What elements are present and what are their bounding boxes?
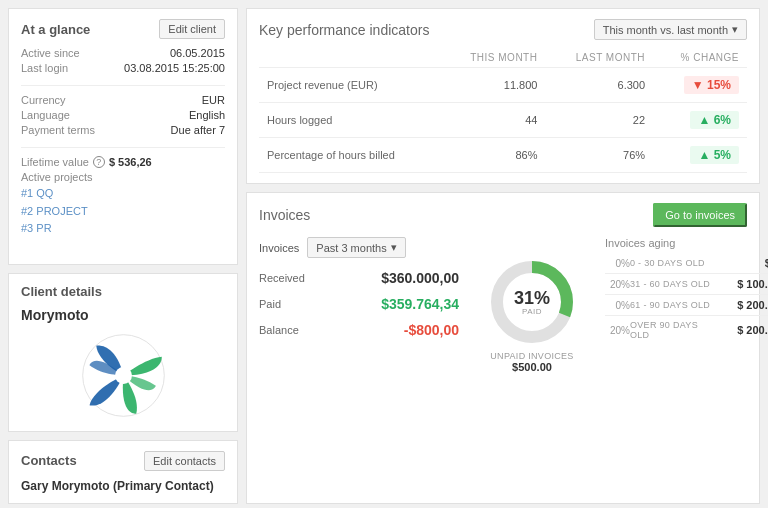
language-label: Language: [21, 109, 111, 121]
kpi-col-this-month: THIS MONTH: [440, 48, 545, 68]
client-name: Morymoto: [21, 307, 225, 323]
aging-row-1: 20% 31 - 60 DAYS OLD $ 100.00: [605, 278, 768, 290]
edit-client-button[interactable]: Edit client: [159, 19, 225, 39]
kpi-change-0: ▼ 15%: [653, 68, 747, 103]
aging-row-0: 0% 0 - 30 DAYS OLD $ 0: [605, 257, 768, 269]
project-link-1[interactable]: #1 QQ: [21, 185, 225, 203]
balance-value: -$800,00: [404, 322, 459, 338]
left-panel: At a glance Edit client Active since 06.…: [8, 8, 238, 504]
unpaid-value: $500.00: [512, 361, 552, 373]
paid-value: $359.764,34: [381, 296, 459, 312]
invoice-period-dropdown[interactable]: Past 3 months ▾: [307, 237, 405, 258]
unpaid-label: UNPAID INVOICES: [490, 351, 573, 361]
invoices-amounts: Invoices Past 3 months ▾ Received $360.0…: [259, 237, 459, 373]
kpi-title: Key performance indicators: [259, 22, 429, 38]
aging-row-2: 0% 61 - 90 DAYS OLD $ 200.00: [605, 299, 768, 311]
aging-label-0: 0 - 30 DAYS OLD: [630, 258, 720, 268]
last-login-label: Last login: [21, 62, 111, 74]
aging-percent-2: 0%: [605, 300, 630, 311]
kpi-table: THIS MONTH LAST MONTH % CHANGE Project r…: [259, 48, 747, 173]
invoice-balance-row: Balance -$800,00: [259, 322, 459, 338]
kpi-last-month-0: 6.300: [545, 68, 653, 103]
balance-label: Balance: [259, 324, 299, 336]
invoice-period-label: Past 3 months: [316, 242, 386, 254]
donut-chart: 31% PAID: [487, 257, 577, 347]
currency-value: EUR: [111, 94, 225, 106]
received-value: $360.000,00: [381, 270, 459, 286]
payment-terms-value: Due after 7: [111, 124, 225, 136]
svg-point-1: [115, 367, 132, 384]
aging-label-2: 61 - 90 DAYS OLD: [630, 300, 720, 310]
projects-list: #1 QQ #2 PROJECT #3 PR: [21, 185, 225, 238]
kpi-row-label-0: Project revenue (EUR): [259, 68, 440, 103]
currency-label: Currency: [21, 94, 111, 106]
active-since-value: 06.05.2015: [111, 47, 225, 59]
kpi-col-change: % CHANGE: [653, 48, 747, 68]
aging-row-3: 20% OVER 90 DAYS OLD $ 200.00: [605, 320, 768, 340]
language-value: English: [111, 109, 225, 121]
invoice-dropdown-icon: ▾: [391, 241, 397, 254]
project-link-2[interactable]: #2 PROJECT: [21, 203, 225, 221]
help-icon[interactable]: ?: [93, 156, 105, 168]
aging-value-2: $ 200.00: [720, 299, 768, 311]
client-details-title: Client details: [21, 284, 225, 299]
change-badge-0: ▼ 15%: [684, 76, 739, 94]
kpi-card: Key performance indicators This month vs…: [246, 8, 760, 184]
at-a-glance-card: At a glance Edit client Active since 06.…: [8, 8, 238, 265]
change-badge-2: ▲ 5%: [690, 146, 739, 164]
invoices-card: Invoices Go to invoices Invoices Past 3 …: [246, 192, 760, 504]
kpi-change-1: ▲ 6%: [653, 103, 747, 138]
aging-label-1: 31 - 60 DAYS OLD: [630, 279, 720, 289]
aging-label-3: OVER 90 DAYS OLD: [630, 320, 720, 340]
paid-label: Paid: [259, 298, 281, 310]
kpi-last-month-2: 76%: [545, 138, 653, 173]
received-label: Received: [259, 272, 305, 284]
invoice-received-row: Received $360.000,00: [259, 270, 459, 286]
contacts-card: Contacts Edit contacts Gary Morymoto (Pr…: [8, 440, 238, 504]
donut-percent: 31%: [514, 289, 550, 307]
donut-section: 31% PAID UNPAID INVOICES $500.00: [467, 237, 597, 373]
contact-name: Gary Morymoto (Primary Contact): [21, 479, 225, 493]
lifetime-value: $ 536,26: [109, 156, 152, 168]
last-login-value: 03.08.2015 15:25:00: [111, 62, 225, 74]
kpi-period-dropdown[interactable]: This month vs. last month ▾: [594, 19, 747, 40]
client-details-card: Client details Morymoto: [8, 273, 238, 432]
change-badge-1: ▲ 6%: [690, 111, 739, 129]
aging-percent-3: 20%: [605, 325, 630, 336]
aging-percent-1: 20%: [605, 279, 630, 290]
invoice-filter-label: Invoices: [259, 242, 299, 254]
right-panel: Key performance indicators This month vs…: [246, 8, 760, 504]
go-to-invoices-button[interactable]: Go to invoices: [653, 203, 747, 227]
dropdown-chevron-icon: ▾: [732, 23, 738, 36]
aging-title: Invoices aging: [605, 237, 768, 249]
kpi-this-month-0: 11.800: [440, 68, 545, 103]
donut-label: PAID: [514, 307, 550, 316]
edit-contacts-button[interactable]: Edit contacts: [144, 451, 225, 471]
aging-percent-0: 0%: [605, 258, 630, 269]
main-container: At a glance Edit client Active since 06.…: [0, 0, 768, 508]
kpi-col-label: [259, 48, 440, 68]
kpi-col-last-month: LAST MONTH: [545, 48, 653, 68]
project-link-3[interactable]: #3 PR: [21, 220, 225, 238]
kpi-this-month-2: 86%: [440, 138, 545, 173]
kpi-period-label: This month vs. last month: [603, 24, 728, 36]
kpi-this-month-1: 44: [440, 103, 545, 138]
payment-terms-label: Payment terms: [21, 124, 111, 136]
kpi-row-label-2: Percentage of hours billed: [259, 138, 440, 173]
kpi-last-month-1: 22: [545, 103, 653, 138]
aging-value-1: $ 100.00: [720, 278, 768, 290]
lifetime-label: Lifetime value: [21, 156, 89, 168]
client-logo: [78, 331, 168, 421]
contacts-title: Contacts: [21, 453, 77, 468]
invoice-paid-row: Paid $359.764,34: [259, 296, 459, 312]
kpi-change-2: ▲ 5%: [653, 138, 747, 173]
invoices-title: Invoices: [259, 207, 310, 223]
active-projects-label: Active projects: [21, 171, 225, 183]
aging-section: Invoices aging 0% 0 - 30 DAYS OLD $ 0 20…: [605, 237, 768, 373]
kpi-row-label-1: Hours logged: [259, 103, 440, 138]
aging-value-0: $ 0: [720, 257, 768, 269]
active-since-label: Active since: [21, 47, 111, 59]
at-a-glance-title: At a glance: [21, 22, 90, 37]
aging-value-3: $ 200.00: [720, 324, 768, 336]
